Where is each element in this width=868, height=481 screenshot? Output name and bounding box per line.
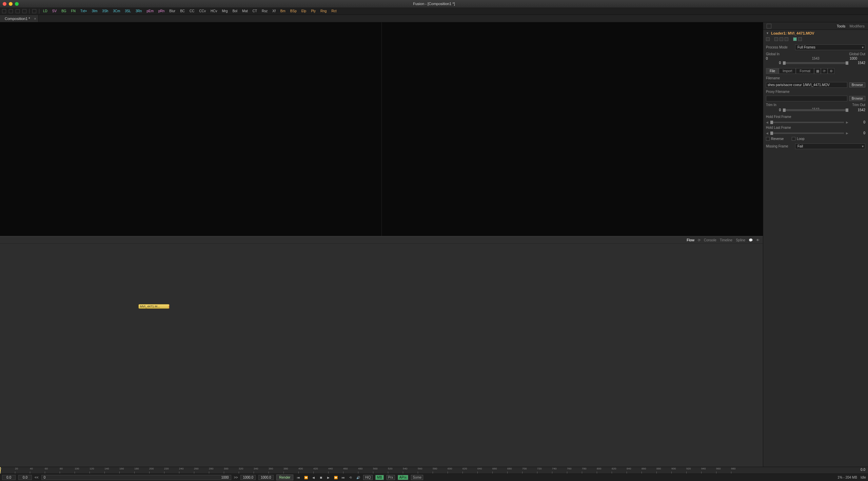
- tool-bsp[interactable]: BSp: [289, 9, 298, 13]
- viewer-left[interactable]: [0, 22, 382, 236]
- flow-canvas[interactable]: MVI_4471.M...: [0, 244, 763, 467]
- tool-rng[interactable]: Rng: [319, 9, 328, 13]
- refresh-icon[interactable]: ⟳: [698, 238, 701, 242]
- step-back-icon[interactable]: ⏪: [303, 475, 308, 480]
- close-tab-icon[interactable]: ×: [34, 17, 36, 21]
- tab-flow[interactable]: Flow: [687, 238, 694, 242]
- rewind-icon[interactable]: <<: [35, 476, 39, 479]
- minimize-window-button[interactable]: [9, 2, 13, 6]
- close-window-button[interactable]: [3, 2, 6, 6]
- document-tab[interactable]: Composition1 * ×: [0, 15, 39, 22]
- process-mode-dropdown[interactable]: Full Frames: [795, 44, 865, 50]
- subtab-icon-1[interactable]: ▦: [814, 68, 821, 74]
- loader-node[interactable]: MVI_4471.M...: [138, 304, 170, 309]
- layout-btn-1[interactable]: [2, 9, 6, 13]
- hold-first-value[interactable]: [850, 120, 865, 124]
- trim-in-value[interactable]: [766, 108, 781, 112]
- lock-icon[interactable]: [32, 9, 36, 13]
- tab-spline[interactable]: Spline: [736, 238, 745, 242]
- status-time-b[interactable]: 0.0: [18, 475, 32, 480]
- tab-tools[interactable]: Tools: [837, 24, 846, 28]
- tool-txt+[interactable]: Txt+: [79, 9, 88, 13]
- hold-last-dec-icon[interactable]: ◀: [766, 132, 768, 135]
- chevron-down-icon[interactable]: ▼: [766, 32, 769, 35]
- layout-btn-3[interactable]: [16, 9, 20, 13]
- render-button[interactable]: Render: [276, 475, 294, 480]
- play-icon[interactable]: ▶: [326, 475, 331, 480]
- filename-input[interactable]: shes paris/sacre coeur 1/MVI_4471.MOV: [766, 82, 847, 88]
- subtab-format[interactable]: Format: [796, 68, 814, 74]
- comment-icon[interactable]: 💬: [749, 238, 753, 242]
- hold-first-slider[interactable]: [770, 122, 844, 123]
- some-toggle[interactable]: Some: [411, 475, 423, 480]
- range-end-b[interactable]: 1000.0: [258, 475, 274, 480]
- subtab-icon-3[interactable]: ⚙: [828, 68, 834, 74]
- audio-icon[interactable]: 🔊: [356, 475, 360, 480]
- tool-hcv[interactable]: HCv: [210, 9, 218, 13]
- hiq-toggle[interactable]: HiQ: [363, 475, 372, 480]
- eye-icon[interactable]: 👁: [756, 238, 760, 242]
- tool-xf[interactable]: Xf: [271, 9, 276, 13]
- aprx-toggle[interactable]: APrx: [398, 475, 409, 480]
- mb-toggle[interactable]: MB: [375, 475, 384, 480]
- global-range-slider[interactable]: [783, 62, 848, 64]
- tool-3im[interactable]: 3Im: [91, 9, 99, 13]
- tool-icon-2[interactable]: [774, 37, 778, 41]
- tool-icon-5[interactable]: [793, 37, 797, 41]
- range-end-a[interactable]: 1000.0: [240, 475, 256, 480]
- zoom-window-button[interactable]: [15, 2, 19, 6]
- layout-btn-4[interactable]: [22, 9, 26, 13]
- browse-proxy-button[interactable]: Browse: [849, 96, 865, 101]
- tool-prn[interactable]: pRn: [157, 9, 165, 13]
- tool-sv[interactable]: SV: [51, 9, 58, 13]
- tool-ply[interactable]: Ply: [310, 9, 317, 13]
- tool-elp[interactable]: Elp: [300, 9, 307, 13]
- missing-frame-dropdown[interactable]: Fail: [795, 143, 865, 149]
- tool-mrg[interactable]: Mrg: [221, 9, 229, 13]
- status-time-a[interactable]: 0.0: [2, 475, 16, 480]
- tab-modifiers[interactable]: Modifiers: [849, 24, 865, 28]
- tool-ct[interactable]: CT: [252, 9, 258, 13]
- tool-rsz[interactable]: Rsz: [261, 9, 269, 13]
- tool-ld[interactable]: LD: [42, 9, 48, 13]
- tool-mat[interactable]: Mat: [241, 9, 249, 13]
- proxy-filename-input[interactable]: [766, 96, 847, 101]
- subtab-file[interactable]: File: [766, 68, 779, 74]
- tool-3sl[interactable]: 3SL: [124, 9, 132, 13]
- tool-icon-6[interactable]: [798, 37, 802, 41]
- tool-cc[interactable]: CC: [189, 9, 195, 13]
- loop-icon[interactable]: ⟲: [348, 475, 353, 480]
- tab-console[interactable]: Console: [704, 238, 716, 242]
- tool-icon-4[interactable]: [785, 37, 788, 41]
- tab-timeline[interactable]: Timeline: [720, 238, 732, 242]
- tool-bg[interactable]: BG: [60, 9, 67, 13]
- layout-btn-2[interactable]: [9, 9, 13, 13]
- range-field[interactable]: 0 1000: [41, 475, 231, 480]
- tool-3sh[interactable]: 3Sh: [101, 9, 109, 13]
- browse-button[interactable]: Browse: [849, 82, 865, 87]
- play-back-icon[interactable]: ◀: [311, 475, 316, 480]
- tool-icon-3[interactable]: [780, 37, 783, 41]
- global-out-value[interactable]: [850, 61, 865, 65]
- trim-range-slider[interactable]: [783, 109, 848, 111]
- prx-toggle[interactable]: Prx: [387, 475, 395, 480]
- tool-bol[interactable]: Bol: [232, 9, 238, 13]
- timeline-ruler[interactable]: 0204060801001201401601802002202402602803…: [0, 467, 868, 474]
- step-fwd-icon[interactable]: ⏩: [333, 475, 338, 480]
- loop-checkbox[interactable]: Loop: [792, 137, 804, 141]
- hold-last-slider[interactable]: [770, 133, 844, 134]
- hold-last-inc-icon[interactable]: ▶: [846, 132, 848, 135]
- tool-bm[interactable]: Bm: [279, 9, 287, 13]
- tool-bc[interactable]: BC: [179, 9, 186, 13]
- tool-pem[interactable]: pEm: [145, 9, 155, 13]
- tool-3cm[interactable]: 3Cm: [112, 9, 121, 13]
- viewer-right[interactable]: [382, 22, 763, 236]
- forward-icon[interactable]: >>: [234, 476, 238, 479]
- go-start-icon[interactable]: ⏮: [296, 475, 301, 480]
- pin-icon[interactable]: [767, 24, 771, 28]
- hold-first-inc-icon[interactable]: ▶: [846, 121, 848, 124]
- global-in-value[interactable]: [766, 61, 781, 65]
- reverse-checkbox[interactable]: Reverse: [766, 137, 784, 141]
- subtab-import[interactable]: Import: [779, 68, 796, 74]
- hold-first-dec-icon[interactable]: ◀: [766, 121, 768, 124]
